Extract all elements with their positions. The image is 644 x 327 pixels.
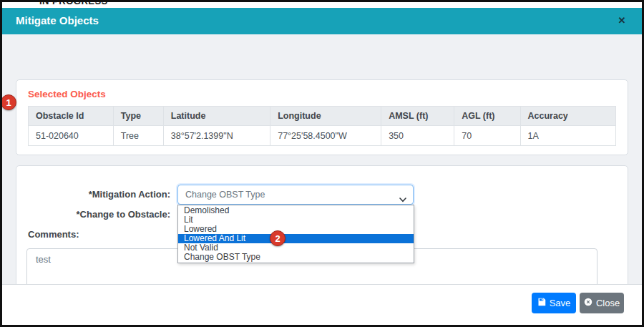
close-button-label: Close [596,298,620,308]
option-demolished[interactable]: Demolished [178,206,414,215]
backdrop-clipped-content: IN PROGRESS [2,2,642,8]
modal-title: Mitigate Objects [16,14,99,26]
cell-obstacle-id: 51-020640 [29,126,114,146]
col-amsl: AMSL (ft) [381,107,454,126]
selected-objects-title: Selected Objects [28,89,616,99]
col-type: Type [113,107,163,126]
chevron-down-icon [399,192,406,205]
cell-latitude: 38°57'2.1399"N [163,126,270,146]
change-to-obstacle-label: *Change to Obstacle: [16,208,170,222]
cell-agl: 70 [454,126,520,146]
col-obstacle-id: Obstacle Id [29,107,114,126]
col-accuracy: Accuracy [520,107,615,126]
backdrop-clipped-text: IN PROGRESS [39,2,642,6]
step-badge-2: 2 [270,230,286,246]
table-row[interactable]: 51-020640 Tree 38°57'2.1399"N 77°25'58.4… [29,126,616,146]
mitigation-action-selected-value: Change OBST Type [185,185,265,204]
save-floppy-icon [537,298,546,308]
mitigation-action-options-list: Demolished Lit Lowered Lowered And Lit N… [177,205,414,263]
mitigate-objects-dialog: IN PROGRESS Mitigate Objects ✕ Selected … [0,0,644,327]
step-badge-1: 1 [1,94,16,110]
cell-type: Tree [113,126,163,146]
mitigation-action-label: *Mitigation Action: [16,185,170,205]
comments-label: Comments: [28,229,79,240]
close-circle-icon [584,298,592,308]
modal-footer: Save Close [2,284,642,326]
close-icon[interactable]: ✕ [615,14,629,28]
col-latitude: Latitude [163,107,270,126]
col-agl: AGL (ft) [454,107,520,126]
save-button[interactable]: Save [532,293,576,313]
modal-body: Selected Objects Obstacle Id Type Latitu… [2,34,642,284]
cell-amsl: 350 [381,126,454,146]
option-change-obst-type[interactable]: Change OBST Type [178,253,414,262]
selected-objects-table: Obstacle Id Type Latitude Longitude AMSL… [28,106,616,146]
table-header-row: Obstacle Id Type Latitude Longitude AMSL… [29,107,616,126]
selected-objects-panel: Selected Objects Obstacle Id Type Latitu… [16,79,628,155]
cell-accuracy: 1A [520,126,615,146]
save-button-label: Save [550,298,571,308]
cell-longitude: 77°25'58.4500"W [270,126,381,146]
close-button[interactable]: Close [580,293,624,313]
modal-header: Mitigate Objects ✕ [2,8,642,34]
mitigation-action-select[interactable]: Change OBST Type [177,185,414,205]
col-longitude: Longitude [270,107,381,126]
